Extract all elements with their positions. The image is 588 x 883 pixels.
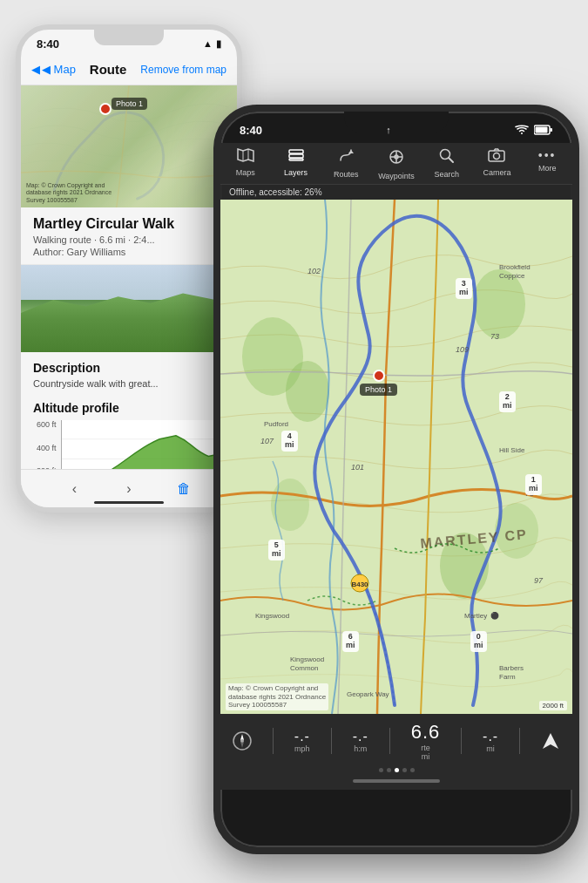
remove-from-map-button[interactable]: Remove from map (140, 64, 226, 76)
toolbar: Maps Layers Routes (220, 143, 572, 185)
next-button[interactable]: › (115, 475, 143, 503)
time-unit: h:m (354, 744, 367, 753)
route-title: Martley Circular Walk (33, 216, 225, 232)
altitude-title: Altitude profile (33, 401, 225, 415)
remaining-unit: mi (486, 744, 495, 753)
layers-icon (287, 148, 305, 166)
svg-text:73: 73 (490, 332, 499, 341)
toolbar-maps[interactable]: Maps (220, 148, 271, 180)
divider-4 (461, 728, 462, 754)
previous-button[interactable]: ‹ (60, 475, 88, 503)
more-label: More (538, 164, 557, 173)
search-label: Search (434, 170, 459, 179)
svg-point-19 (494, 153, 500, 160)
svg-text:Barbers: Barbers (499, 664, 524, 672)
front-status-icons (515, 125, 553, 135)
svg-text:101: 101 (351, 463, 364, 472)
camera-label: Camera (483, 168, 510, 177)
remaining-value: -.- (483, 729, 498, 744)
route-info: Martley Circular Walk Walking route · 6.… (21, 207, 237, 265)
svg-marker-11 (348, 150, 354, 153)
svg-text:Geopark Way: Geopark Way (347, 690, 389, 698)
toolbar-routes[interactable]: Routes (321, 148, 371, 180)
svg-rect-10 (289, 159, 303, 160)
bottom-nav: ‹ › 🗑 (21, 469, 237, 507)
route-meta-1: Walking route · 6.6 mi · 2:4... (33, 234, 225, 245)
battery-icon: ▮ (216, 38, 221, 50)
time-stat: -.- h:m (353, 729, 368, 753)
y-label-400: 400 ft (37, 444, 57, 452)
compass-stat (233, 731, 252, 751)
wifi-icon: ▲ (203, 38, 213, 49)
y-label-600: 600 ft (37, 420, 57, 429)
dot-4 (402, 768, 407, 772)
svg-text:⚫: ⚫ (490, 611, 499, 620)
divider-5 (519, 728, 520, 754)
layers-label: Layers (284, 168, 308, 177)
dist-0mi: 0mi (470, 631, 487, 652)
back-label[interactable]: ◀ Map (42, 63, 76, 76)
battery-icon (534, 125, 553, 135)
map-scale: 2000 ft (539, 701, 567, 710)
svg-point-22 (286, 361, 329, 422)
front-location-icon: ↑ (386, 125, 391, 135)
divider-3 (389, 728, 390, 754)
svg-text:Hill Side: Hill Side (499, 446, 525, 454)
photo-pin-label: Photo 1 (360, 384, 397, 396)
stats-bar: -.- mph -.- h:m 6.6 rte mi -.- mi (220, 714, 572, 764)
front-map-copyright: Map: © Crown Copyright anddatabase right… (226, 683, 328, 710)
svg-text:Kingswood: Kingswood (290, 655, 324, 663)
delete-button[interactable]: 🗑 (170, 475, 198, 503)
divider-1 (273, 728, 274, 754)
description-title: Description (33, 361, 225, 375)
svg-text:Brookfield: Brookfield (499, 263, 531, 271)
photo-pin (99, 103, 112, 115)
maps-label: Maps (236, 168, 255, 177)
dist-2mi: 2mi (499, 391, 516, 412)
waypoints-label: Waypoints (378, 172, 415, 180)
divider-2 (331, 728, 332, 754)
svg-rect-8 (289, 150, 303, 153)
back-button[interactable]: ◀ ◀ Map (31, 63, 76, 76)
dots-indicator (220, 764, 572, 776)
svg-text:B430: B430 (351, 581, 368, 588)
map-copyright: Map: © Crown Copyright anddatabase right… (26, 182, 112, 204)
back-status-icons: ▲ ▮ (203, 38, 221, 50)
dot-2 (387, 768, 391, 772)
distance-stat: 6.6 rte mi (411, 721, 441, 761)
front-map[interactable]: MARTLEY CP Brookfield Coppice Pudford Hi… (220, 200, 572, 714)
wifi-icon (515, 125, 529, 135)
front-status-bar: 8:40 ↑ (220, 112, 572, 143)
svg-text:Martley: Martley (464, 612, 487, 620)
offline-bar: Offline, accessible: 26% (220, 185, 572, 200)
toolbar-search[interactable]: Search (422, 148, 472, 180)
map-svg: MARTLEY CP Brookfield Coppice Pudford Hi… (220, 200, 572, 714)
routes-icon (337, 148, 355, 168)
svg-rect-9 (289, 154, 303, 158)
back-phone-notch (94, 30, 164, 45)
route-map-thumbnail: Photo 1 Map: © Crown Copyright anddataba… (21, 85, 237, 207)
navigate-icon (541, 731, 560, 751)
toolbar-layers[interactable]: Layers (271, 148, 321, 180)
dot-1 (379, 768, 383, 772)
distance-value: 6.6 (411, 721, 441, 744)
svg-rect-5 (536, 127, 548, 133)
svg-line-17 (449, 158, 453, 162)
svg-text:Common: Common (290, 664, 318, 672)
svg-point-23 (473, 269, 525, 339)
toolbar-waypoints[interactable]: Waypoints (371, 148, 422, 180)
remaining-stat: -.- mi (483, 729, 498, 753)
svg-text:Pudford: Pudford (264, 420, 288, 428)
back-chevron-icon: ◀ (31, 63, 40, 76)
dist-4mi: 4mi (281, 431, 298, 452)
svg-text:102: 102 (308, 267, 321, 275)
toolbar-camera[interactable]: Camera (472, 148, 523, 180)
svg-text:Farm: Farm (499, 673, 516, 681)
speed-value: -.- (294, 729, 310, 744)
home-indicator (94, 501, 164, 504)
dist-6mi: 6mi (342, 631, 359, 652)
nav-bar: ◀ ◀ Map Route Remove from map (21, 54, 237, 85)
toolbar-more[interactable]: ••• More (522, 148, 572, 180)
camera-icon (488, 148, 505, 166)
route-meta-2: Author: Gary Williams (33, 247, 225, 257)
